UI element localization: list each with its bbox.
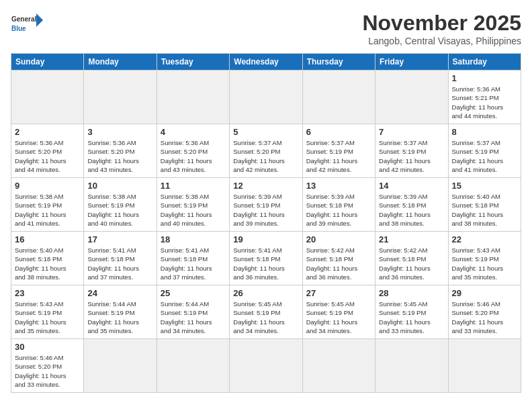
day-cell: 25Sunrise: 5:44 AM Sunset: 5:19 PM Dayli… xyxy=(157,285,229,339)
day-number: 1 xyxy=(452,73,517,83)
week-row-5: 23Sunrise: 5:43 AM Sunset: 5:19 PM Dayli… xyxy=(11,285,521,339)
day-info: Sunrise: 5:42 AM Sunset: 5:18 PM Dayligh… xyxy=(379,246,444,281)
weekday-header-friday: Friday xyxy=(375,54,448,71)
day-cell xyxy=(302,71,375,124)
day-cell xyxy=(375,339,448,393)
day-info: Sunrise: 5:38 AM Sunset: 5:19 PM Dayligh… xyxy=(87,192,152,228)
week-row-4: 16Sunrise: 5:40 AM Sunset: 5:18 PM Dayli… xyxy=(11,232,521,285)
day-number: 23 xyxy=(15,288,80,298)
day-cell xyxy=(11,71,84,124)
day-number: 26 xyxy=(233,288,298,298)
day-number: 8 xyxy=(452,127,517,137)
week-row-6: 30Sunrise: 5:46 AM Sunset: 5:20 PM Dayli… xyxy=(11,339,521,393)
svg-text:Blue: Blue xyxy=(11,25,26,32)
day-number: 11 xyxy=(161,181,226,191)
day-info: Sunrise: 5:36 AM Sunset: 5:21 PM Dayligh… xyxy=(452,85,517,120)
calendar: SundayMondayTuesdayWednesdayThursdayFrid… xyxy=(11,53,521,393)
day-number: 17 xyxy=(87,234,152,244)
day-number: 24 xyxy=(87,288,152,298)
day-number: 13 xyxy=(306,181,371,191)
day-number: 6 xyxy=(306,127,371,137)
logo-svg: General Blue xyxy=(11,11,44,39)
day-cell: 4Sunrise: 5:36 AM Sunset: 5:20 PM Daylig… xyxy=(157,124,229,178)
day-number: 30 xyxy=(15,342,80,352)
day-number: 4 xyxy=(161,127,226,137)
logo: General Blue xyxy=(11,11,44,39)
day-number: 16 xyxy=(15,234,80,244)
day-info: Sunrise: 5:38 AM Sunset: 5:19 PM Dayligh… xyxy=(161,192,226,228)
day-cell: 19Sunrise: 5:41 AM Sunset: 5:18 PM Dayli… xyxy=(230,232,302,285)
day-cell: 22Sunrise: 5:43 AM Sunset: 5:19 PM Dayli… xyxy=(448,232,521,285)
day-number: 7 xyxy=(379,127,444,137)
day-info: Sunrise: 5:45 AM Sunset: 5:19 PM Dayligh… xyxy=(379,300,444,335)
day-cell: 27Sunrise: 5:45 AM Sunset: 5:19 PM Dayli… xyxy=(302,285,375,339)
day-cell: 1Sunrise: 5:36 AM Sunset: 5:21 PM Daylig… xyxy=(448,71,521,124)
day-number: 19 xyxy=(233,234,298,244)
day-number: 21 xyxy=(379,234,444,244)
day-info: Sunrise: 5:39 AM Sunset: 5:18 PM Dayligh… xyxy=(379,192,444,228)
day-cell: 18Sunrise: 5:41 AM Sunset: 5:18 PM Dayli… xyxy=(157,232,229,285)
day-info: Sunrise: 5:46 AM Sunset: 5:20 PM Dayligh… xyxy=(452,300,517,335)
day-info: Sunrise: 5:36 AM Sunset: 5:20 PM Dayligh… xyxy=(161,138,226,174)
day-info: Sunrise: 5:40 AM Sunset: 5:18 PM Dayligh… xyxy=(452,192,517,228)
day-info: Sunrise: 5:39 AM Sunset: 5:19 PM Dayligh… xyxy=(233,192,298,228)
day-info: Sunrise: 5:37 AM Sunset: 5:20 PM Dayligh… xyxy=(233,138,298,174)
day-info: Sunrise: 5:42 AM Sunset: 5:18 PM Dayligh… xyxy=(306,246,371,281)
weekday-header-row: SundayMondayTuesdayWednesdayThursdayFrid… xyxy=(11,54,521,71)
week-row-2: 2Sunrise: 5:36 AM Sunset: 5:20 PM Daylig… xyxy=(11,124,521,178)
day-info: Sunrise: 5:41 AM Sunset: 5:18 PM Dayligh… xyxy=(233,246,298,281)
day-info: Sunrise: 5:45 AM Sunset: 5:19 PM Dayligh… xyxy=(233,300,298,335)
day-cell: 10Sunrise: 5:38 AM Sunset: 5:19 PM Dayli… xyxy=(84,178,157,232)
day-number: 10 xyxy=(87,181,152,191)
day-cell: 11Sunrise: 5:38 AM Sunset: 5:19 PM Dayli… xyxy=(157,178,229,232)
day-number: 9 xyxy=(15,181,80,191)
week-row-3: 9Sunrise: 5:38 AM Sunset: 5:19 PM Daylig… xyxy=(11,178,521,232)
day-cell xyxy=(230,339,302,393)
day-cell: 14Sunrise: 5:39 AM Sunset: 5:18 PM Dayli… xyxy=(375,178,448,232)
day-number: 29 xyxy=(452,288,517,298)
day-info: Sunrise: 5:37 AM Sunset: 5:19 PM Dayligh… xyxy=(452,138,517,174)
day-number: 5 xyxy=(233,127,298,137)
day-number: 15 xyxy=(452,181,517,191)
day-cell: 2Sunrise: 5:36 AM Sunset: 5:20 PM Daylig… xyxy=(11,124,84,178)
header: General Blue November 2025 Langob, Centr… xyxy=(11,11,521,46)
day-cell: 6Sunrise: 5:37 AM Sunset: 5:19 PM Daylig… xyxy=(302,124,375,178)
day-cell: 29Sunrise: 5:46 AM Sunset: 5:20 PM Dayli… xyxy=(448,285,521,339)
day-number: 28 xyxy=(379,288,444,298)
day-cell xyxy=(448,339,521,393)
day-info: Sunrise: 5:43 AM Sunset: 5:19 PM Dayligh… xyxy=(15,300,80,335)
day-info: Sunrise: 5:45 AM Sunset: 5:19 PM Dayligh… xyxy=(306,300,371,335)
day-cell xyxy=(84,71,157,124)
weekday-header-monday: Monday xyxy=(84,54,157,71)
day-info: Sunrise: 5:44 AM Sunset: 5:19 PM Dayligh… xyxy=(161,300,226,335)
weekday-header-thursday: Thursday xyxy=(302,54,375,71)
weekday-header-sunday: Sunday xyxy=(11,54,84,71)
day-cell: 26Sunrise: 5:45 AM Sunset: 5:19 PM Dayli… xyxy=(230,285,302,339)
location-title: Langob, Central Visayas, Philippines xyxy=(362,36,521,46)
day-cell: 15Sunrise: 5:40 AM Sunset: 5:18 PM Dayli… xyxy=(448,178,521,232)
day-number: 2 xyxy=(15,127,80,137)
day-number: 18 xyxy=(161,234,226,244)
day-cell: 30Sunrise: 5:46 AM Sunset: 5:20 PM Dayli… xyxy=(11,339,84,393)
month-title: November 2025 xyxy=(362,11,521,36)
day-number: 14 xyxy=(379,181,444,191)
day-cell: 24Sunrise: 5:44 AM Sunset: 5:19 PM Dayli… xyxy=(84,285,157,339)
day-info: Sunrise: 5:44 AM Sunset: 5:19 PM Dayligh… xyxy=(87,300,152,335)
day-cell xyxy=(230,71,302,124)
day-cell xyxy=(157,339,229,393)
day-info: Sunrise: 5:37 AM Sunset: 5:19 PM Dayligh… xyxy=(306,138,371,174)
day-number: 25 xyxy=(161,288,226,298)
title-area: November 2025 Langob, Central Visayas, P… xyxy=(362,11,521,46)
day-number: 20 xyxy=(306,234,371,244)
day-cell: 28Sunrise: 5:45 AM Sunset: 5:19 PM Dayli… xyxy=(375,285,448,339)
day-cell: 5Sunrise: 5:37 AM Sunset: 5:20 PM Daylig… xyxy=(230,124,302,178)
day-number: 12 xyxy=(233,181,298,191)
day-cell: 12Sunrise: 5:39 AM Sunset: 5:19 PM Dayli… xyxy=(230,178,302,232)
day-cell xyxy=(84,339,157,393)
day-cell: 13Sunrise: 5:39 AM Sunset: 5:18 PM Dayli… xyxy=(302,178,375,232)
day-info: Sunrise: 5:36 AM Sunset: 5:20 PM Dayligh… xyxy=(15,138,80,174)
day-info: Sunrise: 5:41 AM Sunset: 5:18 PM Dayligh… xyxy=(87,246,152,281)
day-cell xyxy=(302,339,375,393)
day-info: Sunrise: 5:39 AM Sunset: 5:18 PM Dayligh… xyxy=(306,192,371,228)
day-info: Sunrise: 5:43 AM Sunset: 5:19 PM Dayligh… xyxy=(452,246,517,281)
